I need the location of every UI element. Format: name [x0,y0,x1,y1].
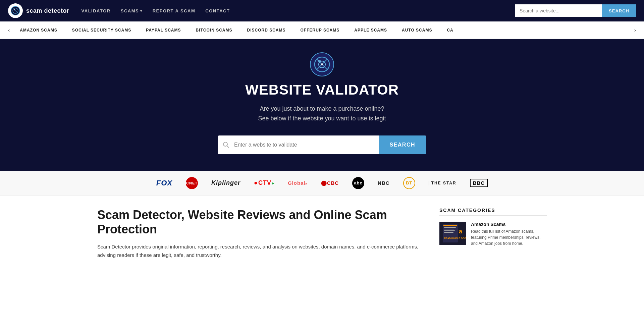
svg-rect-16 [444,227,456,228]
logo-icon [8,3,23,18]
sidebar-card-title-amazon: Amazon Scams [471,222,547,227]
main-content: Scam Detector, Website Reviews and Onlin… [87,196,557,272]
sidebar-title: SCAM CATEGORIES [439,208,547,216]
logo[interactable]: scam detector [8,3,69,18]
scam-bar-item-bitcoin[interactable]: BITCOIN SCAMS [188,28,239,33]
scam-bar-item-paypal[interactable]: PAYPAL SCAMS [139,28,188,33]
sidebar-card-amazon: READ KINDLE BOOKS a Amazon Scams Read th… [439,222,547,246]
navbar-search: SEARCH [515,4,636,17]
svg-rect-18 [444,230,455,231]
svg-point-10 [321,63,323,65]
media-logo-cbc: ⬤CBC [321,180,339,186]
nav-search-button[interactable]: SEARCH [602,4,636,17]
scam-bar-item-auto[interactable]: AUTO SCAMS [394,28,439,33]
scam-bar-item-social-security[interactable]: SOCIAL SECURITY SCAMS [65,28,139,33]
nav-search-input[interactable] [515,4,602,17]
search-icon [218,135,234,154]
nav-links: VALIDATOR SCAMS ▾ REPORT A SCAM CONTACT [82,8,230,13]
hero-logo [310,52,334,76]
scam-bar-item-apple[interactable]: APPLE SCAMS [347,28,394,33]
navbar: scam detector VALIDATOR SCAMS ▾ REPORT A… [0,0,644,21]
nav-link-validator[interactable]: VALIDATOR [82,8,111,13]
hero-subtitle: Are you just about to make a purchase on… [258,104,386,123]
media-logo-cnet: CNET [186,177,198,189]
svg-rect-15 [443,225,457,226]
scam-bar-items: AMAZON SCAMS SOCIAL SECURITY SCAMS PAYPA… [12,28,631,33]
hero-title: WEBSITE VALIDATOR [245,82,399,98]
page-title: Scam Detector, Website Reviews and Onlin… [97,208,426,236]
logo-text: scam detector [26,7,69,14]
scroll-right-arrow[interactable]: › [632,27,639,33]
navbar-left: scam detector VALIDATOR SCAMS ▾ REPORT A… [8,3,230,18]
svg-line-12 [227,146,229,148]
main-left: Scam Detector, Website Reviews and Onlin… [97,208,426,260]
scam-bar-item-offerup[interactable]: OFFERUP SCAMS [293,28,347,33]
nav-link-contact[interactable]: CONTACT [205,8,230,13]
scam-categories-bar: ‹ AMAZON SCAMS SOCIAL SECURITY SCAMS PAY… [0,21,644,39]
sidebar-card-image-amazon: READ KINDLE BOOKS a [439,222,466,245]
page-description: Scam Detector provides original informat… [97,242,426,260]
sidebar-card-content-amazon: Amazon Scams Read this full list of Amaz… [471,222,547,246]
media-logos-bar: FOX CNET Kiplinger ● CTV ▸ Global▸ ⬤CBC … [0,171,644,196]
svg-text:READ KINDLE BOOKS: READ KINDLE BOOKS [444,237,466,239]
scam-bar-item-ca[interactable]: CA [439,28,461,33]
scam-bar-item-amazon[interactable]: AMAZON SCAMS [12,28,64,33]
svg-point-9 [318,60,321,62]
nav-link-scams[interactable]: SCAMS ▾ [121,8,143,13]
hero-search-bar: SEARCH [218,135,426,154]
scam-bar-item-discord[interactable]: DISCORD SCAMS [239,28,293,33]
svg-rect-19 [444,232,453,233]
media-logo-abc: abc [352,177,364,189]
media-logo-ctv: ● CTV ▸ [254,179,274,186]
nav-link-report[interactable]: REPORT A SCAM [153,8,196,13]
svg-point-3 [14,9,15,10]
svg-rect-17 [444,229,454,229]
media-logo-nbc: NBC [378,180,390,186]
svg-point-11 [223,142,227,146]
media-logo-bbc: BBC [470,179,488,187]
chevron-down-icon: ▾ [140,9,143,13]
sidebar-card-desc-amazon: Read this full list of Amazon scams, fea… [471,228,547,246]
media-logo-kiplinger: Kiplinger [211,179,240,186]
media-logo-thestar: THE STAR [429,181,457,185]
media-logo-bt: BT [403,177,415,189]
scroll-left-arrow[interactable]: ‹ [5,27,12,33]
hero-section: WEBSITE VALIDATOR Are you just about to … [0,39,644,171]
hero-search-input[interactable] [234,135,379,154]
media-logo-global: Global▸ [288,180,308,186]
hero-search-button[interactable]: SEARCH [379,135,426,154]
sidebar: SCAM CATEGORIES READ KINDLE BOOKS a Amaz… [439,208,547,260]
media-logo-fox: FOX [156,179,172,187]
svg-text:a: a [459,228,463,235]
